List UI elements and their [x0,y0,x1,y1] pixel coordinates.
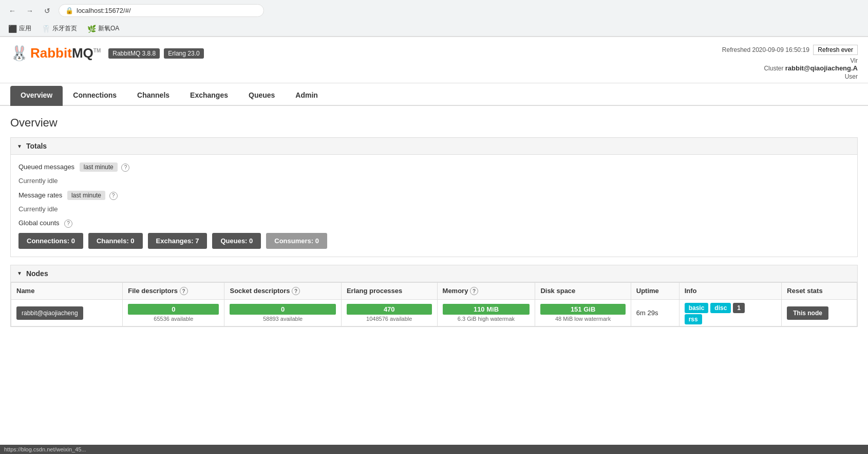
refreshed-label: Refreshed 2020-09-09 16:50:19 [722,46,809,53]
logo-rabbit: Rabbit [30,45,72,61]
global-counts-help[interactable]: ? [64,220,72,228]
socket-descriptors-cell: 0 58893 available [224,300,341,326]
badge-one[interactable]: 1 [733,303,745,313]
nav-overview[interactable]: Overview [10,86,63,106]
logo: 🐰 RabbitMQTM [10,45,101,62]
global-counts-row: Global counts ? [18,219,850,228]
browser-toolbar: ← → ↺ 🔒 localhost:15672/#/ [0,0,868,21]
connections-count-btn[interactable]: Connections: 0 [18,233,83,249]
cluster-label: Cluster [764,65,783,72]
socket-descriptors-bar: 0 [230,304,335,315]
logo-icon: 🐰 [10,45,28,62]
message-rates-label: Message rates [18,191,62,199]
erlang-version-badge: Erlang 23.0 [164,48,203,59]
col-file-descriptors: File descriptors ? [123,282,224,300]
rabbitmq-version-badge: RabbitMQ 3.8.8 [108,48,160,59]
cluster-info: Cluster rabbit@qiaojiacheng.A [722,64,858,72]
col-memory: Memory ? [437,282,535,300]
page-content: 🐰 RabbitMQTM RabbitMQ 3.8.8 Erlang 23.0 … [0,37,868,397]
node-name-label: rabbit@qiaojiacheng [16,306,83,320]
bookmark-apps-label: 应用 [19,24,31,33]
address-text: localhost:15672/#/ [77,7,131,14]
node-name-cell: rabbit@qiaojiacheng [11,300,123,326]
counts-row: Connections: 0 Channels: 0 Exchanges: 7 … [18,233,850,249]
address-bar[interactable]: 🔒 localhost:15672/#/ [59,4,264,17]
xinyangoa-icon: 🌿 [87,25,96,33]
main-nav: Overview Connections Channels Exchanges … [0,86,868,106]
totals-section: ▼ Totals Queued messages last minute ? C… [10,137,858,257]
logo-mq: MQ [72,45,93,61]
file-descriptors-cell: 0 65536 available [123,300,224,326]
col-name: Name [11,282,123,300]
exchanges-count-btn[interactable]: Exchanges: 7 [148,233,207,249]
refresh-button[interactable]: Refresh ever [813,45,858,55]
totals-section-body: Queued messages last minute ? Currently … [11,155,857,257]
back-button[interactable]: ← [6,5,18,17]
memory-bar: 110 MiB [443,304,530,315]
message-rates-badge[interactable]: last minute [67,191,105,200]
refresh-info: Refreshed 2020-09-09 16:50:19 Refresh ev… [722,45,858,55]
col-erlang-processes: Erlang processes [341,282,437,300]
uptime-cell: 6m 29s [631,300,679,326]
badge-disc[interactable]: disc [710,303,731,313]
message-rates-row: Message rates last minute ? [18,191,850,200]
bookmark-xinyangoa[interactable]: 🌿 新氧OA [85,23,121,34]
nodes-section-header[interactable]: ▼ Nodes [11,265,857,282]
file-descriptors-bar: 0 [128,304,219,315]
file-descriptors-sub: 65536 available [128,316,219,322]
col-uptime: Uptime [631,282,679,300]
version-badges: RabbitMQ 3.8.8 Erlang 23.0 [108,48,203,59]
uptime-value: 6m 29s [636,309,658,317]
logo-text: RabbitMQTM [30,45,101,61]
channels-count-btn[interactable]: Channels: 0 [88,233,143,249]
nodes-section-body: Name File descriptors ? Socket descripto… [11,282,857,327]
this-node-button[interactable]: This node [787,306,828,320]
queued-messages-badge[interactable]: last minute [80,162,118,172]
bookmark-leyablog[interactable]: 🦷 乐牙首页 [40,23,79,34]
message-rates-status: Currently idle [18,205,850,213]
totals-section-header[interactable]: ▼ Totals [11,138,857,155]
socket-descriptors-sub: 58893 available [230,316,335,322]
totals-title: Totals [26,142,47,150]
user-info: User [722,73,858,80]
erlang-processes-sub: 1048576 available [347,316,432,322]
bookmark-leyablog-label: 乐牙首页 [52,24,77,33]
nav-admin[interactable]: Admin [285,86,328,106]
bookmark-xinyangoa-label: 新氧OA [98,24,119,33]
virtual-host-info: Vir [722,57,858,64]
badge-basic[interactable]: basic [685,303,709,313]
app-header: 🐰 RabbitMQTM RabbitMQ 3.8.8 Erlang 23.0 … [0,37,868,83]
nodes-table: Name File descriptors ? Socket descripto… [11,282,857,327]
main-content: Overview ▼ Totals Queued messages last m… [0,106,868,345]
virtual-host-label: Vir [851,57,858,64]
nodes-chevron-icon: ▼ [17,270,22,276]
table-row: rabbit@qiaojiacheng 0 65536 available 0 … [11,300,857,326]
erlang-processes-cell: 470 1048576 available [341,300,437,326]
nodes-section: ▼ Nodes Name File descriptors ? Socket d… [10,265,858,328]
col-info: Info [679,282,782,300]
memory-cell: 110 MiB 6.3 GiB high watermak [437,300,535,326]
queues-count-btn[interactable]: Queues: 0 [212,233,261,249]
consumers-count-btn[interactable]: Consumers: 0 [266,233,327,249]
message-rates-help[interactable]: ? [109,192,118,200]
badge-rss[interactable]: rss [685,314,702,324]
nav-queues[interactable]: Queues [238,86,285,106]
totals-chevron-icon: ▼ [17,143,22,149]
bookmark-apps[interactable]: ⬛ 应用 [6,23,33,34]
reload-button[interactable]: ↺ [41,5,53,17]
nav-exchanges[interactable]: Exchanges [180,86,238,106]
col-socket-descriptors: Socket descriptors ? [224,282,341,300]
info-badges: basic disc 1 [685,303,777,313]
queued-messages-help[interactable]: ? [121,164,129,172]
page-title: Overview [10,116,858,130]
forward-button[interactable]: → [24,5,36,17]
leyablog-icon: 🦷 [42,25,50,33]
erlang-processes-bar: 470 [347,304,432,315]
browser-chrome: ← → ↺ 🔒 localhost:15672/#/ ⬛ 应用 🦷 乐牙首页 🌿… [0,0,868,37]
disk-space-bar: 151 GiB [540,304,625,315]
nav-channels[interactable]: Channels [127,86,180,106]
info-cell: basic disc 1 rss [679,300,782,326]
lock-icon: 🔒 [65,7,73,14]
nav-connections[interactable]: Connections [63,86,127,106]
queued-messages-status: Currently idle [18,177,850,185]
